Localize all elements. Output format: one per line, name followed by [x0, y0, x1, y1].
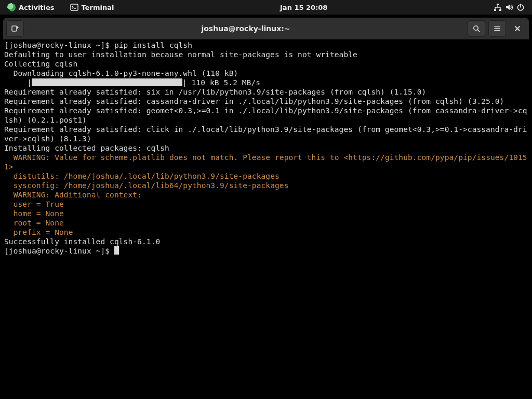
warning-line: home = None: [4, 209, 64, 218]
terminal-icon: [70, 3, 78, 11]
close-button[interactable]: [509, 20, 526, 37]
power-icon: [516, 3, 525, 11]
volume-icon: [505, 3, 513, 11]
output-line: Installing collected packages: cqlsh: [4, 144, 169, 152]
activities-logo-icon: [7, 3, 16, 11]
prompt: [joshua@rocky-linux ~]$: [4, 247, 114, 255]
svg-rect-0: [71, 4, 78, 10]
warning-line: WARNING: Additional context:: [4, 191, 142, 199]
app-menu-label: Terminal: [82, 4, 114, 11]
new-tab-button[interactable]: [6, 20, 24, 37]
window-title: joshua@rocky-linux:~: [27, 24, 464, 33]
output-line: Requirement already satisfied: six in /u…: [4, 88, 426, 96]
close-icon: [513, 24, 522, 33]
command-text: pip install cqlsh: [114, 41, 192, 49]
output-line: Collecting cqlsh: [4, 60, 77, 68]
activities-button[interactable]: Activities: [4, 2, 58, 12]
warning-line: prefix = None: [4, 228, 73, 236]
network-wired-icon: [494, 3, 502, 11]
search-button[interactable]: [468, 20, 485, 37]
warning-line: user = True: [4, 200, 64, 208]
terminal-window: joshua@rocky-linux:~ [joshua@rocky-linux…: [3, 18, 529, 399]
terminal-viewport[interactable]: [joshua@rocky-linux ~]$ pip install cqls…: [3, 39, 529, 399]
gnome-topbar: Activities Terminal Jan 15 20:08: [0, 0, 532, 15]
window-titlebar: joshua@rocky-linux:~: [3, 18, 529, 39]
search-icon: [472, 24, 481, 33]
svg-rect-3: [499, 9, 501, 11]
progress-suffix: | 110 kB 5.2 MB/s: [182, 78, 260, 87]
status-area[interactable]: [490, 2, 528, 12]
output-line: Requirement already satisfied: geomet<0.…: [4, 107, 527, 124]
output-line: Downloading cqlsh-6.1.0-py3-none-any.whl…: [4, 69, 238, 77]
download-progress-bar: [32, 78, 182, 86]
prompt: [joshua@rocky-linux ~]$: [4, 41, 114, 49]
output-line: Defaulting to user installation because …: [4, 50, 357, 59]
warning-line: sysconfig: /home/joshua/.local/lib64/pyt…: [4, 181, 288, 190]
activities-label: Activities: [19, 4, 55, 11]
svg-rect-1: [497, 4, 499, 5]
output-line: Requirement already satisfied: click in …: [4, 125, 527, 143]
svg-rect-2: [494, 9, 496, 11]
terminal-cursor: [114, 246, 119, 255]
output-line: Successfully installed cqlsh-6.1.0: [4, 237, 160, 246]
warning-line: WARNING: Value for scheme.platlib does n…: [4, 153, 527, 171]
warning-line: distutils: /home/joshua/.local/lib/pytho…: [4, 172, 280, 180]
clock-label: Jan 15 20:08: [280, 4, 327, 11]
clock[interactable]: Jan 15 20:08: [277, 3, 330, 12]
progress-prefix: |: [4, 78, 32, 87]
hamburger-icon: [493, 24, 501, 33]
app-menu-terminal[interactable]: Terminal: [67, 2, 117, 12]
svg-rect-5: [12, 26, 17, 31]
new-tab-icon: [11, 24, 19, 33]
hamburger-menu-button[interactable]: [488, 20, 506, 37]
warning-line: root = None: [4, 219, 64, 227]
output-line: Requirement already satisfied: cassandra…: [4, 97, 504, 105]
